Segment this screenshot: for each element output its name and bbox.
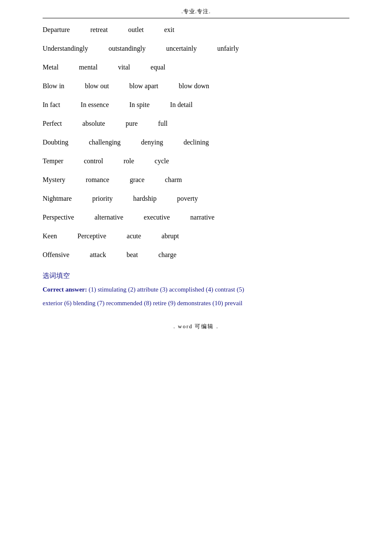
word-item-5-4: In detail (170, 101, 193, 109)
word-item-8-3: role (124, 157, 134, 165)
word-row-7: Doubtingchallengingdenyingdeclining (43, 131, 349, 150)
word-row-2: Understandinglyoutstandinglyuncertainlyu… (43, 37, 349, 56)
word-item-11-4: narrative (190, 214, 215, 221)
word-item-2-3: uncertainly (166, 45, 197, 52)
word-item-12-4: abrupt (161, 232, 179, 240)
word-row-8: Tempercontrolrolecycle (43, 150, 349, 168)
word-item-12-1: Keen (43, 232, 57, 240)
word-item-1-4: exit (164, 26, 174, 34)
answer-line: Correct answer: (1) stimulating (2) attr… (43, 283, 349, 297)
word-item-2-1: Understandingly (43, 45, 88, 52)
word-item-8-1: Temper (43, 157, 63, 165)
word-item-8-2: control (84, 157, 103, 165)
word-item-9-3: grace (130, 176, 144, 184)
word-item-12-3: acute (127, 232, 141, 240)
word-row-10: Nightmarepriorityhardshippoverty (43, 187, 349, 206)
word-item-6-3: pure (126, 120, 138, 127)
word-row-4: Blow inblow outblow apartblow down (43, 75, 349, 93)
word-item-13-4: charge (159, 251, 176, 259)
answer-text-1: (1) stimulating (2) attribute (3) accomp… (89, 286, 244, 293)
word-item-2-2: outstandingly (109, 45, 146, 52)
word-item-13-3: beat (127, 251, 138, 259)
word-item-6-4: full (158, 120, 167, 127)
word-row-5: In factIn essenceIn spiteIn detail (43, 93, 349, 112)
word-item-6-1: Perfect (43, 120, 62, 127)
word-row-13: Offensiveattackbeatcharge (43, 243, 349, 262)
word-item-4-2: blow out (85, 82, 109, 90)
word-item-7-2: challenging (89, 139, 121, 146)
word-item-1-2: retreat (90, 26, 108, 34)
word-item-6-2: absolute (82, 120, 105, 127)
word-item-7-3: denying (141, 139, 163, 146)
word-row-9: Mysteryromancegracecharm (43, 168, 349, 187)
word-item-7-4: declining (184, 139, 209, 146)
word-row-1: Departureretreatoutletexit (43, 18, 349, 37)
word-item-11-3: executive (144, 214, 170, 221)
word-item-10-2: priority (92, 195, 112, 202)
word-item-9-4: charm (165, 176, 182, 184)
word-item-5-2: In essence (81, 101, 109, 109)
word-item-3-1: Metal (43, 64, 58, 71)
word-item-9-2: romance (86, 176, 109, 184)
word-item-4-4: blow down (179, 82, 210, 90)
word-item-11-1: Perspective (43, 214, 74, 221)
word-rows-container: DepartureretreatoutletexitUnderstandingl… (43, 18, 349, 262)
answer-text-2: exterior (6) blending (7) recommended (8… (43, 300, 242, 306)
page: .专业.专注. DepartureretreatoutletexitUnders… (0, 0, 392, 555)
word-item-1-3: outlet (128, 26, 144, 34)
answer-label: Correct answer: (43, 286, 87, 293)
word-item-8-4: cycle (155, 157, 169, 165)
word-item-3-2: mental (79, 64, 98, 71)
word-row-3: Metalmentalvitalequal (43, 56, 349, 75)
word-item-3-3: vital (118, 64, 130, 71)
section-title: 选词填空 (43, 272, 349, 280)
word-row-12: KeenPerceptiveacuteabrupt (43, 225, 349, 243)
word-item-2-4: unfairly (217, 45, 239, 52)
word-row-11: Perspectivealternativeexecutivenarrative (43, 206, 349, 225)
word-item-4-1: Blow in (43, 82, 64, 90)
word-item-10-1: Nightmare (43, 195, 72, 202)
word-item-10-3: hardship (133, 195, 156, 202)
word-item-13-1: Offensive (43, 251, 69, 259)
header-text: .专业.专注. (43, 0, 349, 18)
word-item-11-2: alternative (95, 214, 124, 221)
word-item-1-1: Departure (43, 26, 70, 34)
answer-line-2: exterior (6) blending (7) recommended (8… (43, 297, 349, 310)
word-item-3-4: equal (150, 64, 165, 71)
word-item-5-1: In fact (43, 101, 60, 109)
word-item-5-3: In spite (130, 101, 150, 109)
word-item-10-4: poverty (177, 195, 198, 202)
word-item-13-2: attack (90, 251, 106, 259)
word-row-6: Perfectabsolutepurefull (43, 112, 349, 131)
word-item-7-1: Doubting (43, 139, 68, 146)
word-item-12-2: Perceptive (78, 232, 107, 240)
word-item-4-3: blow apart (130, 82, 159, 90)
footer-text: . word 可编辑 . (43, 310, 349, 335)
word-item-9-1: Mystery (43, 176, 65, 184)
